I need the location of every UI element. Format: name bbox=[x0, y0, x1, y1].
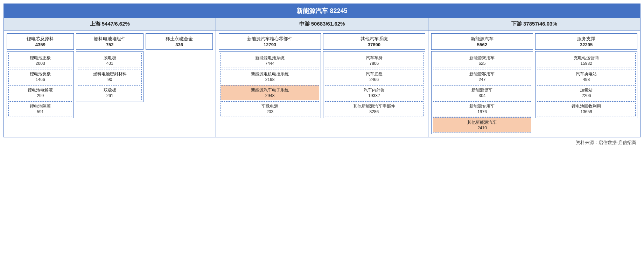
item-num: 401 bbox=[79, 61, 140, 66]
col-header-1: 中游 50683/61.62% bbox=[216, 18, 428, 30]
item-name: 新能源货车 bbox=[434, 87, 531, 93]
item-name: 汽车换电站 bbox=[538, 71, 635, 77]
item-box-2-0-0: 新能源乘用车625 bbox=[433, 53, 532, 68]
item-num: 2410 bbox=[434, 125, 531, 130]
item-box-1-1-1: 汽车底盘2466 bbox=[325, 69, 424, 84]
item-num: 1466 bbox=[9, 77, 71, 82]
col-body-2: 新能源汽车5562新能源乘用车625新能源客用车247新能源货车304新能源专用… bbox=[428, 30, 640, 137]
item-num: 13659 bbox=[538, 109, 635, 114]
item-box-1-0-2: 新能源汽车电子系统2948 bbox=[220, 85, 319, 100]
item-box-1-1-2: 汽车内外饰19332 bbox=[325, 85, 424, 100]
item-name: 新能源专用车 bbox=[434, 103, 531, 109]
item-box-2-1-2: 加氢站2206 bbox=[537, 85, 636, 100]
subcol-0-1: 燃料电池堆组件752膜电极401燃料电池密封材料90双极板261 bbox=[76, 33, 143, 118]
cat-num: 336 bbox=[147, 42, 211, 47]
item-box-0-0-3: 锂电池隔膜591 bbox=[8, 101, 72, 116]
category-box-1-0: 新能源汽车核心零部件12793 bbox=[219, 33, 321, 50]
item-num: 2003 bbox=[9, 61, 71, 66]
item-num: 591 bbox=[9, 109, 71, 114]
items-container-0-1: 膜电极401燃料电池密封材料90双极板261 bbox=[76, 51, 143, 102]
item-box-0-1-0: 膜电极401 bbox=[78, 53, 141, 68]
item-box-2-1-1: 汽车换电站498 bbox=[537, 69, 636, 84]
item-num: 299 bbox=[9, 93, 71, 98]
item-box-2-1-0: 充电站运营商15932 bbox=[537, 53, 636, 68]
subcol-1-1: 其他汽车系统37890汽车车身7806汽车底盘2466汽车内外饰19332其他新… bbox=[323, 33, 425, 118]
cat-name: 新能源汽车核心零部件 bbox=[220, 36, 319, 42]
cat-num: 752 bbox=[78, 42, 141, 47]
item-name: 新能源电池系统 bbox=[222, 55, 318, 61]
cat-num: 4359 bbox=[8, 42, 72, 47]
subcol-1-0: 新能源汽车核心零部件12793新能源电池系统7444新能源电机电控系统2198新… bbox=[219, 33, 321, 118]
cat-name: 服务支撑 bbox=[537, 36, 636, 42]
item-num: 8286 bbox=[326, 109, 422, 114]
subcol-2-1: 服务支撑32295充电站运营商15932汽车换电站498加氢站2206锂电池回收… bbox=[535, 33, 637, 134]
item-num: 261 bbox=[79, 93, 140, 98]
item-num: 19332 bbox=[326, 93, 422, 98]
item-num: 7444 bbox=[222, 61, 318, 66]
footer-source: 资料来源：启信数据-启信招商 bbox=[4, 137, 640, 147]
items-container-1-1: 汽车车身7806汽车底盘2466汽车内外饰19332其他新能源汽车零部件8286 bbox=[323, 51, 425, 118]
item-num: 2206 bbox=[538, 93, 635, 98]
item-name: 新能源电机电控系统 bbox=[222, 71, 318, 77]
items-container-1-0: 新能源电池系统7444新能源电机电控系统2198新能源汽车电子系统2948车载电… bbox=[219, 51, 321, 118]
item-num: 247 bbox=[434, 77, 531, 82]
item-name: 锂电池电解液 bbox=[9, 87, 71, 93]
col-body-1: 新能源汽车核心零部件12793新能源电池系统7444新能源电机电控系统2198新… bbox=[216, 30, 428, 121]
item-num: 304 bbox=[434, 93, 531, 98]
cat-name: 燃料电池堆组件 bbox=[78, 36, 141, 42]
col-0: 上游 5447/6.62%锂电芯及原料4359锂电池正极2003锂电池负极146… bbox=[4, 18, 216, 137]
item-name: 汽车内外饰 bbox=[326, 87, 422, 93]
item-num: 625 bbox=[434, 61, 531, 66]
item-box-1-0-3: 车载电源203 bbox=[220, 101, 319, 116]
item-name: 新能源客用车 bbox=[434, 71, 531, 77]
item-name: 锂电池回收利用 bbox=[538, 103, 635, 109]
category-box-0-2: 稀土永磁合金336 bbox=[146, 33, 213, 50]
items-container-2-0: 新能源乘用车625新能源客用车247新能源货车304新能源专用车1976其他新能… bbox=[431, 51, 533, 134]
item-name: 其他新能源汽车零部件 bbox=[326, 103, 422, 109]
item-name: 汽车底盘 bbox=[326, 71, 422, 77]
col-body-0: 锂电芯及原料4359锂电池正极2003锂电池负极1466锂电池电解液299锂电池… bbox=[4, 30, 216, 121]
category-box-1-1: 其他汽车系统37890 bbox=[323, 33, 425, 50]
item-name: 充电站运营商 bbox=[538, 55, 635, 61]
columns-row: 上游 5447/6.62%锂电芯及原料4359锂电池正极2003锂电池负极146… bbox=[4, 18, 640, 137]
col-header-2: 下游 37857/46.03% bbox=[428, 18, 640, 30]
chart-container: 新能源汽车 82245 上游 5447/6.62%锂电芯及原料4359锂电池正极… bbox=[4, 4, 640, 137]
item-box-2-0-2: 新能源货车304 bbox=[433, 85, 532, 100]
item-box-0-0-1: 锂电池负极1466 bbox=[8, 69, 72, 84]
item-num: 2948 bbox=[222, 93, 318, 98]
item-num: 2466 bbox=[326, 77, 422, 82]
item-box-0-1-2: 双极板261 bbox=[78, 85, 141, 100]
cat-num: 32295 bbox=[537, 42, 636, 47]
cat-num: 37890 bbox=[325, 42, 424, 47]
cat-num: 5562 bbox=[433, 42, 532, 47]
items-container-2-1: 充电站运营商15932汽车换电站498加氢站2206锂电池回收利用13659 bbox=[535, 51, 637, 118]
chart-title: 新能源汽车 82245 bbox=[4, 4, 640, 18]
item-box-2-1-3: 锂电池回收利用13659 bbox=[537, 101, 636, 116]
item-box-1-0-0: 新能源电池系统7444 bbox=[220, 53, 319, 68]
category-box-2-1: 服务支撑32295 bbox=[535, 33, 637, 50]
item-name: 膜电极 bbox=[79, 55, 140, 61]
subcol-0-0: 锂电芯及原料4359锂电池正极2003锂电池负极1466锂电池电解液299锂电池… bbox=[7, 33, 74, 118]
cat-num: 12793 bbox=[220, 42, 319, 47]
item-name: 锂电池负极 bbox=[9, 71, 71, 77]
item-num: 90 bbox=[79, 77, 140, 82]
category-box-2-0: 新能源汽车5562 bbox=[431, 33, 533, 50]
cat-name: 新能源汽车 bbox=[433, 36, 532, 42]
subcol-0-2: 稀土永磁合金336 bbox=[146, 33, 213, 118]
col-1: 中游 50683/61.62%新能源汽车核心零部件12793新能源电池系统744… bbox=[216, 18, 428, 137]
cat-name: 其他汽车系统 bbox=[325, 36, 424, 42]
item-box-0-0-2: 锂电池电解液299 bbox=[8, 85, 72, 100]
item-name: 锂电池正极 bbox=[9, 55, 71, 61]
item-name: 加氢站 bbox=[538, 87, 635, 93]
col-2: 下游 37857/46.03%新能源汽车5562新能源乘用车625新能源客用车2… bbox=[428, 18, 640, 137]
item-num: 203 bbox=[222, 109, 318, 114]
item-box-1-0-1: 新能源电机电控系统2198 bbox=[220, 69, 319, 84]
item-box-0-0-0: 锂电池正极2003 bbox=[8, 53, 72, 68]
item-name: 汽车车身 bbox=[326, 55, 422, 61]
item-num: 7806 bbox=[326, 61, 422, 66]
subcol-2-0: 新能源汽车5562新能源乘用车625新能源客用车247新能源货车304新能源专用… bbox=[431, 33, 533, 134]
category-box-0-1: 燃料电池堆组件752 bbox=[76, 33, 143, 50]
item-num: 498 bbox=[538, 77, 635, 82]
item-name: 锂电池隔膜 bbox=[9, 103, 71, 109]
item-name: 燃料电池密封材料 bbox=[79, 71, 140, 77]
